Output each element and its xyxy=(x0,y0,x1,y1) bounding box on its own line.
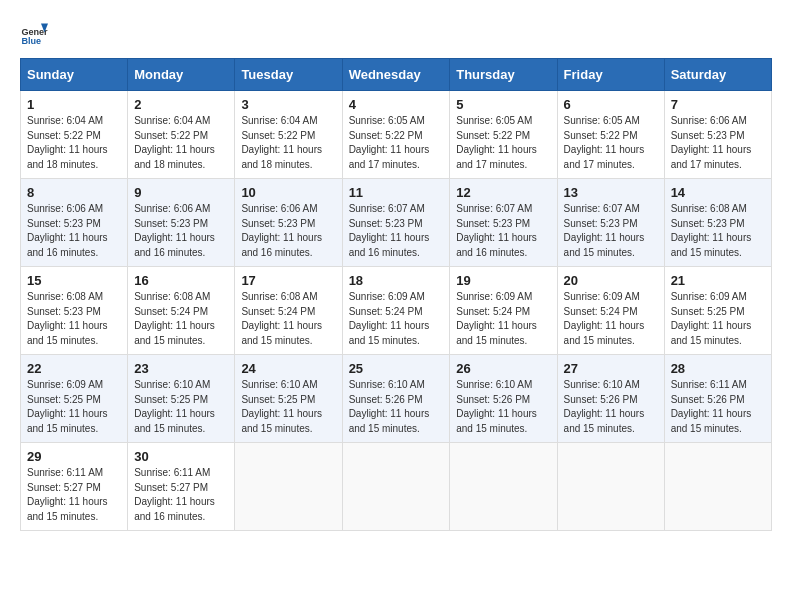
calendar-week-row: 22 Sunrise: 6:09 AMSunset: 5:25 PMDaylig… xyxy=(21,355,772,443)
calendar-cell: 3 Sunrise: 6:04 AMSunset: 5:22 PMDayligh… xyxy=(235,91,342,179)
calendar-cell: 9 Sunrise: 6:06 AMSunset: 5:23 PMDayligh… xyxy=(128,179,235,267)
day-number: 4 xyxy=(349,97,444,112)
weekday-header-tuesday: Tuesday xyxy=(235,59,342,91)
calendar-cell: 2 Sunrise: 6:04 AMSunset: 5:22 PMDayligh… xyxy=(128,91,235,179)
calendar-cell xyxy=(450,443,557,531)
day-number: 19 xyxy=(456,273,550,288)
day-number: 3 xyxy=(241,97,335,112)
calendar-cell xyxy=(342,443,450,531)
calendar-cell: 11 Sunrise: 6:07 AMSunset: 5:23 PMDaylig… xyxy=(342,179,450,267)
day-info: Sunrise: 6:08 AMSunset: 5:24 PMDaylight:… xyxy=(134,291,215,346)
day-number: 16 xyxy=(134,273,228,288)
weekday-header-friday: Friday xyxy=(557,59,664,91)
day-number: 28 xyxy=(671,361,765,376)
day-info: Sunrise: 6:10 AMSunset: 5:26 PMDaylight:… xyxy=(564,379,645,434)
day-info: Sunrise: 6:08 AMSunset: 5:24 PMDaylight:… xyxy=(241,291,322,346)
weekday-header-sunday: Sunday xyxy=(21,59,128,91)
calendar-cell: 23 Sunrise: 6:10 AMSunset: 5:25 PMDaylig… xyxy=(128,355,235,443)
calendar-cell: 14 Sunrise: 6:08 AMSunset: 5:23 PMDaylig… xyxy=(664,179,771,267)
day-number: 20 xyxy=(564,273,658,288)
day-number: 30 xyxy=(134,449,228,464)
day-info: Sunrise: 6:09 AMSunset: 5:25 PMDaylight:… xyxy=(27,379,108,434)
day-number: 18 xyxy=(349,273,444,288)
day-number: 14 xyxy=(671,185,765,200)
calendar-cell: 20 Sunrise: 6:09 AMSunset: 5:24 PMDaylig… xyxy=(557,267,664,355)
day-number: 6 xyxy=(564,97,658,112)
day-number: 7 xyxy=(671,97,765,112)
calendar-week-row: 29 Sunrise: 6:11 AMSunset: 5:27 PMDaylig… xyxy=(21,443,772,531)
calendar-cell xyxy=(235,443,342,531)
calendar-cell: 24 Sunrise: 6:10 AMSunset: 5:25 PMDaylig… xyxy=(235,355,342,443)
day-number: 8 xyxy=(27,185,121,200)
day-info: Sunrise: 6:11 AMSunset: 5:26 PMDaylight:… xyxy=(671,379,752,434)
day-number: 13 xyxy=(564,185,658,200)
calendar-cell: 12 Sunrise: 6:07 AMSunset: 5:23 PMDaylig… xyxy=(450,179,557,267)
svg-text:Blue: Blue xyxy=(21,36,41,46)
calendar-week-row: 15 Sunrise: 6:08 AMSunset: 5:23 PMDaylig… xyxy=(21,267,772,355)
day-info: Sunrise: 6:08 AMSunset: 5:23 PMDaylight:… xyxy=(671,203,752,258)
calendar-cell: 10 Sunrise: 6:06 AMSunset: 5:23 PMDaylig… xyxy=(235,179,342,267)
calendar-cell xyxy=(557,443,664,531)
calendar-cell: 22 Sunrise: 6:09 AMSunset: 5:25 PMDaylig… xyxy=(21,355,128,443)
calendar-cell: 13 Sunrise: 6:07 AMSunset: 5:23 PMDaylig… xyxy=(557,179,664,267)
day-info: Sunrise: 6:09 AMSunset: 5:24 PMDaylight:… xyxy=(349,291,430,346)
day-info: Sunrise: 6:06 AMSunset: 5:23 PMDaylight:… xyxy=(134,203,215,258)
calendar-cell: 29 Sunrise: 6:11 AMSunset: 5:27 PMDaylig… xyxy=(21,443,128,531)
calendar-cell: 8 Sunrise: 6:06 AMSunset: 5:23 PMDayligh… xyxy=(21,179,128,267)
calendar-cell: 4 Sunrise: 6:05 AMSunset: 5:22 PMDayligh… xyxy=(342,91,450,179)
day-info: Sunrise: 6:10 AMSunset: 5:25 PMDaylight:… xyxy=(241,379,322,434)
day-info: Sunrise: 6:11 AMSunset: 5:27 PMDaylight:… xyxy=(27,467,108,522)
calendar-week-row: 8 Sunrise: 6:06 AMSunset: 5:23 PMDayligh… xyxy=(21,179,772,267)
calendar-cell: 6 Sunrise: 6:05 AMSunset: 5:22 PMDayligh… xyxy=(557,91,664,179)
day-info: Sunrise: 6:05 AMSunset: 5:22 PMDaylight:… xyxy=(456,115,537,170)
calendar-cell: 30 Sunrise: 6:11 AMSunset: 5:27 PMDaylig… xyxy=(128,443,235,531)
day-number: 15 xyxy=(27,273,121,288)
weekday-header-row: SundayMondayTuesdayWednesdayThursdayFrid… xyxy=(21,59,772,91)
day-number: 2 xyxy=(134,97,228,112)
calendar-cell: 1 Sunrise: 6:04 AMSunset: 5:22 PMDayligh… xyxy=(21,91,128,179)
day-info: Sunrise: 6:07 AMSunset: 5:23 PMDaylight:… xyxy=(349,203,430,258)
day-info: Sunrise: 6:05 AMSunset: 5:22 PMDaylight:… xyxy=(564,115,645,170)
day-info: Sunrise: 6:07 AMSunset: 5:23 PMDaylight:… xyxy=(456,203,537,258)
day-info: Sunrise: 6:10 AMSunset: 5:26 PMDaylight:… xyxy=(349,379,430,434)
day-info: Sunrise: 6:06 AMSunset: 5:23 PMDaylight:… xyxy=(671,115,752,170)
calendar-cell: 17 Sunrise: 6:08 AMSunset: 5:24 PMDaylig… xyxy=(235,267,342,355)
day-info: Sunrise: 6:09 AMSunset: 5:25 PMDaylight:… xyxy=(671,291,752,346)
day-number: 23 xyxy=(134,361,228,376)
calendar-table: SundayMondayTuesdayWednesdayThursdayFrid… xyxy=(20,58,772,531)
logo-icon: General Blue xyxy=(20,20,48,48)
day-number: 5 xyxy=(456,97,550,112)
day-info: Sunrise: 6:11 AMSunset: 5:27 PMDaylight:… xyxy=(134,467,215,522)
day-info: Sunrise: 6:05 AMSunset: 5:22 PMDaylight:… xyxy=(349,115,430,170)
weekday-header-wednesday: Wednesday xyxy=(342,59,450,91)
day-number: 11 xyxy=(349,185,444,200)
weekday-header-saturday: Saturday xyxy=(664,59,771,91)
calendar-cell: 27 Sunrise: 6:10 AMSunset: 5:26 PMDaylig… xyxy=(557,355,664,443)
day-info: Sunrise: 6:04 AMSunset: 5:22 PMDaylight:… xyxy=(241,115,322,170)
calendar-cell: 7 Sunrise: 6:06 AMSunset: 5:23 PMDayligh… xyxy=(664,91,771,179)
day-info: Sunrise: 6:06 AMSunset: 5:23 PMDaylight:… xyxy=(27,203,108,258)
day-number: 22 xyxy=(27,361,121,376)
day-number: 10 xyxy=(241,185,335,200)
calendar-cell: 16 Sunrise: 6:08 AMSunset: 5:24 PMDaylig… xyxy=(128,267,235,355)
day-info: Sunrise: 6:08 AMSunset: 5:23 PMDaylight:… xyxy=(27,291,108,346)
day-info: Sunrise: 6:06 AMSunset: 5:23 PMDaylight:… xyxy=(241,203,322,258)
day-number: 26 xyxy=(456,361,550,376)
calendar-week-row: 1 Sunrise: 6:04 AMSunset: 5:22 PMDayligh… xyxy=(21,91,772,179)
day-number: 24 xyxy=(241,361,335,376)
calendar-cell: 26 Sunrise: 6:10 AMSunset: 5:26 PMDaylig… xyxy=(450,355,557,443)
calendar-cell: 25 Sunrise: 6:10 AMSunset: 5:26 PMDaylig… xyxy=(342,355,450,443)
day-info: Sunrise: 6:10 AMSunset: 5:25 PMDaylight:… xyxy=(134,379,215,434)
day-number: 1 xyxy=(27,97,121,112)
logo: General Blue xyxy=(20,20,48,48)
weekday-header-thursday: Thursday xyxy=(450,59,557,91)
day-info: Sunrise: 6:04 AMSunset: 5:22 PMDaylight:… xyxy=(134,115,215,170)
day-number: 17 xyxy=(241,273,335,288)
day-info: Sunrise: 6:04 AMSunset: 5:22 PMDaylight:… xyxy=(27,115,108,170)
calendar-cell: 5 Sunrise: 6:05 AMSunset: 5:22 PMDayligh… xyxy=(450,91,557,179)
day-number: 12 xyxy=(456,185,550,200)
page-header: General Blue xyxy=(20,20,772,48)
day-info: Sunrise: 6:10 AMSunset: 5:26 PMDaylight:… xyxy=(456,379,537,434)
calendar-cell: 21 Sunrise: 6:09 AMSunset: 5:25 PMDaylig… xyxy=(664,267,771,355)
calendar-cell xyxy=(664,443,771,531)
